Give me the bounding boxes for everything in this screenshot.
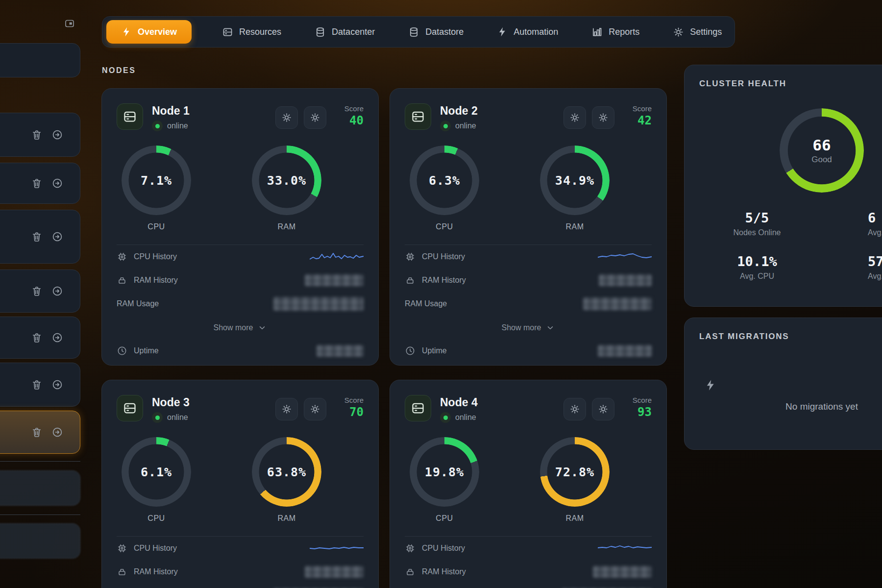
- stat-avg-right-top: 6 Avg.: [868, 210, 882, 237]
- sidebar-list-item[interactable]: [0, 210, 80, 264]
- gear-icon: [310, 112, 320, 123]
- trash-icon[interactable]: [31, 379, 43, 391]
- sidebar-list-item[interactable]: [0, 317, 80, 359]
- last-migrations-panel: LAST MIGRATIONS No migrations yet: [684, 318, 882, 450]
- uptime-label: Uptime: [134, 346, 159, 355]
- ram-usage-row: RAM Usage: [405, 292, 652, 316]
- server-icon: [405, 395, 431, 421]
- cpu-history-label: CPU History: [134, 544, 177, 553]
- tab-label: Settings: [690, 27, 722, 37]
- cpu-history-row: CPU History: [117, 245, 364, 269]
- sidebar-list-item[interactable]: [0, 43, 80, 77]
- server-icon: [117, 103, 143, 130]
- sidebar-placeholder-item: [0, 470, 80, 506]
- server-icon: [117, 395, 143, 421]
- node-settings-button[interactable]: [564, 106, 586, 129]
- tab-datastore[interactable]: Datastore: [405, 22, 466, 43]
- ram-icon: [117, 566, 127, 577]
- ram-history-row: RAM History: [405, 560, 652, 584]
- arrow-right-circle-icon[interactable]: [51, 332, 63, 343]
- gear-icon: [310, 404, 320, 415]
- section-title-nodes: NODES: [102, 66, 136, 75]
- tab-label: Automation: [514, 27, 558, 37]
- uptime-label: Uptime: [422, 346, 447, 355]
- arrow-right-circle-icon[interactable]: [51, 426, 63, 438]
- trash-icon[interactable]: [31, 177, 43, 189]
- stat-label: Avg.: [868, 228, 882, 237]
- cpu-history-row: CPU History: [405, 537, 652, 560]
- cluster-score-value: 66: [812, 136, 831, 154]
- tab-settings[interactable]: Settings: [670, 22, 725, 43]
- tab-overview[interactable]: Overview: [106, 20, 192, 44]
- node-settings-button[interactable]: [564, 398, 586, 420]
- tab-resources[interactable]: Resources: [219, 22, 284, 43]
- cpu-history-label: CPU History: [134, 252, 177, 261]
- cpu-chip-icon: [405, 251, 416, 262]
- stat-label: Nodes Online: [718, 228, 796, 237]
- node-settings-button[interactable]: [275, 398, 298, 420]
- database-icon: [315, 26, 326, 38]
- tab-datacenter[interactable]: Datacenter: [312, 22, 378, 43]
- ram-history-label: RAM History: [134, 567, 178, 576]
- trash-icon[interactable]: [31, 332, 43, 343]
- redacted-value: [583, 297, 652, 310]
- score-value: 40: [336, 114, 364, 127]
- redacted-value: [305, 566, 364, 578]
- sidebar-placeholder-item: [0, 523, 80, 559]
- lightning-icon: [497, 26, 508, 37]
- score-value: 93: [624, 405, 652, 419]
- tab-automation[interactable]: Automation: [494, 22, 561, 42]
- node-config-button[interactable]: [592, 398, 614, 420]
- sidebar-list-item-selected[interactable]: [0, 411, 80, 454]
- cluster-health-title: CLUSTER HEALTH: [699, 79, 882, 89]
- ram-gauge: 72.8%: [540, 437, 610, 507]
- node-config-button[interactable]: [304, 106, 326, 129]
- node-card: Node 1 online Score 40 7.1% CPU 33.0: [101, 88, 379, 366]
- arrow-right-circle-icon[interactable]: [51, 177, 63, 189]
- arrow-right-circle-icon[interactable]: [51, 129, 63, 141]
- node-card-header: Node 3 online Score 70: [117, 395, 364, 423]
- show-more-button[interactable]: Show more: [502, 323, 555, 332]
- score-label: Score: [624, 104, 652, 113]
- sidebar-list-item[interactable]: [0, 363, 80, 407]
- arrow-right-circle-icon[interactable]: [51, 379, 63, 391]
- cpu-history-sparkline: [310, 541, 364, 555]
- cpu-history-sparkline: [310, 250, 364, 264]
- node-config-button[interactable]: [592, 106, 614, 129]
- sidebar-list-item[interactable]: [0, 113, 80, 157]
- ram-usage-label: RAM Usage: [117, 299, 159, 308]
- arrow-right-circle-icon[interactable]: [51, 285, 63, 297]
- trash-icon[interactable]: [31, 231, 43, 243]
- cluster-health-gauge: 66 Good: [780, 108, 864, 193]
- cpu-history-sparkline: [598, 541, 652, 555]
- tab-label: Overview: [138, 27, 177, 37]
- cpu-gauge-label: CPU: [112, 222, 200, 231]
- node-config-button[interactable]: [304, 398, 326, 420]
- server-icon: [405, 103, 431, 130]
- sidebar-divider: [0, 461, 80, 462]
- ram-gauge-label: RAM: [531, 222, 619, 231]
- panel-toggle-icon[interactable]: [64, 18, 75, 29]
- trash-icon[interactable]: [31, 426, 43, 438]
- ram-icon: [405, 566, 416, 577]
- top-navigation: Overview Resources Datacenter Datastore …: [102, 16, 735, 48]
- node-name: Node 1: [152, 104, 190, 118]
- trash-icon[interactable]: [31, 129, 43, 141]
- arrow-right-circle-icon[interactable]: [51, 231, 63, 243]
- online-status-dot: [152, 121, 163, 131]
- node-card: Node 3 online Score 70 6.1% CPU 63.8: [101, 380, 379, 588]
- trash-icon[interactable]: [31, 285, 43, 297]
- ram-gauge: 33.0%: [252, 146, 321, 215]
- stat-value: 5/5: [718, 210, 796, 225]
- show-more-button[interactable]: Show more: [214, 323, 267, 332]
- ram-usage-row: RAM Usage: [405, 584, 652, 588]
- tab-reports[interactable]: Reports: [588, 22, 642, 43]
- redacted-value: [593, 566, 652, 578]
- server-icon: [222, 26, 233, 38]
- redacted-value: [273, 297, 364, 311]
- sidebar-list-item[interactable]: [0, 163, 80, 204]
- node-name: Node 3: [152, 396, 190, 409]
- sidebar-list-item[interactable]: [0, 270, 80, 313]
- node-settings-button[interactable]: [275, 106, 298, 129]
- ram-history-row: RAM History: [405, 269, 652, 292]
